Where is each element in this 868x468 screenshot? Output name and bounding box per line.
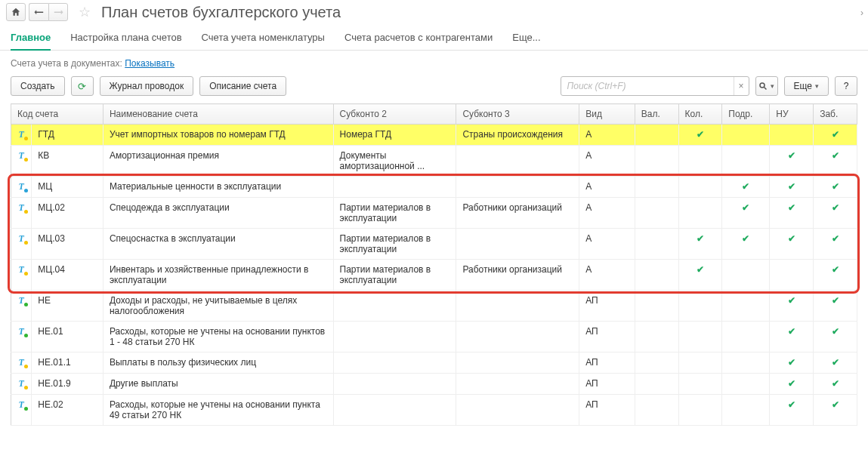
table-row[interactable]: ТНЕ.01Расходы, которые не учтены на осно… [11, 322, 857, 353]
check-icon: ✔ [832, 326, 839, 337]
cell-kol [678, 177, 722, 198]
cell-sub2: Партии материалов в эксплуатации [333, 229, 456, 260]
cell-name: Материальные ценности в эксплуатации [103, 177, 333, 198]
check-icon: ✔ [832, 202, 839, 213]
cell-val [635, 322, 678, 353]
forward-button[interactable]: 🠖 [48, 3, 68, 21]
table-row[interactable]: ТНЕДоходы и расходы, не учитываемые в це… [11, 291, 857, 322]
col-val[interactable]: Вал. [635, 104, 678, 125]
check-icon: ✔ [832, 295, 839, 306]
tab-счета-учета-номенклатуры[interactable]: Счета учета номенклатуры [202, 32, 325, 51]
cell-kol [678, 146, 722, 177]
back-button[interactable]: 🠔 [29, 3, 48, 21]
col-name[interactable]: Наименование счета [103, 104, 333, 125]
cell-name: Выплаты в пользу физических лиц [103, 353, 333, 374]
col-zab[interactable]: Заб. [814, 104, 857, 125]
cell-code: ГТД [32, 125, 103, 146]
cell-podr [722, 291, 770, 322]
table-row[interactable]: ТНЕ.02Расходы, которые не учтены на осно… [11, 395, 857, 426]
cell-vid: А [579, 260, 635, 291]
check-icon: ✔ [788, 150, 795, 161]
page-title: План счетов бухгалтерского учета [101, 4, 341, 21]
cell-nu: ✔ [770, 177, 814, 198]
account-type-icon: Т [18, 202, 23, 213]
cell-sub3 [456, 177, 579, 198]
col-kol[interactable]: Кол. [678, 104, 722, 125]
check-icon: ✔ [788, 295, 795, 306]
table-row[interactable]: ТНЕ.01.1Выплаты в пользу физических лицА… [11, 353, 857, 374]
cell-podr [722, 322, 770, 353]
cell-vid: АП [579, 322, 635, 353]
help-button[interactable]: ? [835, 76, 857, 96]
tab-счета-расчетов-с-контрагентами[interactable]: Счета расчетов с контрагентами [344, 32, 493, 51]
tab-главное[interactable]: Главное [11, 32, 51, 51]
check-icon: ✔ [832, 264, 839, 275]
clear-search-button[interactable]: × [734, 77, 749, 95]
cell-vid: АП [579, 291, 635, 322]
cell-kol [678, 198, 722, 229]
search-input[interactable] [561, 81, 734, 91]
tab-настройка-плана-счетов[interactable]: Настройка плана счетов [70, 32, 181, 51]
describe-button[interactable]: Описание счета [199, 76, 286, 96]
account-type-icon: Т [18, 399, 23, 410]
favorite-star-icon[interactable]: ☆ [76, 3, 94, 21]
cell-val [635, 291, 678, 322]
refresh-icon: ⟳ [78, 81, 86, 92]
cell-nu: ✔ [770, 353, 814, 374]
cell-podr: ✔ [722, 198, 770, 229]
cell-nu: ✔ [770, 291, 814, 322]
home-button[interactable] [6, 3, 26, 21]
check-icon: ✔ [697, 264, 704, 275]
show-accounts-link[interactable]: Показывать [125, 58, 175, 69]
table-row[interactable]: ТМЦ.03Спецоснастка в эксплуатацииПартии … [11, 229, 857, 260]
col-sub3[interactable]: Субконто 3 [456, 104, 579, 125]
expand-caret-icon[interactable]: › [860, 8, 863, 18]
table-row[interactable]: ТКВАмортизационная премияДокументы аморт… [11, 146, 857, 177]
col-sub2[interactable]: Субконто 2 [333, 104, 456, 125]
cell-nu: ✔ [770, 322, 814, 353]
cell-sub2: Партии материалов в эксплуатации [333, 198, 456, 229]
cell-name: Учет импортных товаров по номерам ГТД [103, 125, 333, 146]
table-row[interactable]: ТГТДУчет импортных товаров по номерам ГТ… [11, 125, 857, 146]
cell-sub3: Страны происхождения [456, 125, 579, 146]
create-button[interactable]: Создать [11, 76, 65, 96]
table-row[interactable]: ТНЕ.01.9Другие выплатыАП✔✔ [11, 374, 857, 395]
cell-kol [678, 395, 722, 426]
cell-code: МЦ.03 [32, 229, 103, 260]
col-podr[interactable]: Подр. [722, 104, 770, 125]
tab-еще-[interactable]: Еще... [512, 32, 540, 51]
cell-zab: ✔ [814, 125, 857, 146]
cell-val [635, 395, 678, 426]
cell-val [635, 125, 678, 146]
cell-kol: ✔ [678, 125, 722, 146]
table-row[interactable]: ТМЦМатериальные ценности в эксплуатацииА… [11, 177, 857, 198]
cell-vid: А [579, 146, 635, 177]
cell-nu: ✔ [770, 198, 814, 229]
cell-podr [722, 374, 770, 395]
table-row[interactable]: ТМЦ.02Спецодежда в эксплуатацииПартии ма… [11, 198, 857, 229]
cell-podr [722, 260, 770, 291]
more-dropdown-button[interactable]: Еще [784, 76, 829, 96]
table-row[interactable]: ТМЦ.04Инвентарь и хозяйственные принадле… [11, 260, 857, 291]
account-type-icon: Т [18, 326, 23, 337]
cell-kol [678, 291, 722, 322]
cell-podr: ✔ [722, 229, 770, 260]
cell-sub2 [333, 177, 456, 198]
cell-sub2 [333, 374, 456, 395]
find-dropdown-button[interactable] [755, 76, 778, 96]
cell-vid: А [579, 229, 635, 260]
account-type-icon: Т [18, 378, 23, 389]
account-type-icon: Т [18, 181, 23, 192]
col-code[interactable]: Код счета [11, 104, 103, 125]
refresh-button[interactable]: ⟳ [71, 76, 94, 96]
cell-nu: ✔ [770, 146, 814, 177]
col-vid[interactable]: Вид [579, 104, 635, 125]
account-type-icon: Т [18, 150, 23, 161]
cell-vid: АП [579, 353, 635, 374]
col-nu[interactable]: НУ [770, 104, 814, 125]
journal-button[interactable]: Журнал проводок [100, 76, 194, 96]
cell-zab: ✔ [814, 353, 857, 374]
cell-vid: АП [579, 374, 635, 395]
cell-zab: ✔ [814, 374, 857, 395]
cell-zab: ✔ [814, 322, 857, 353]
